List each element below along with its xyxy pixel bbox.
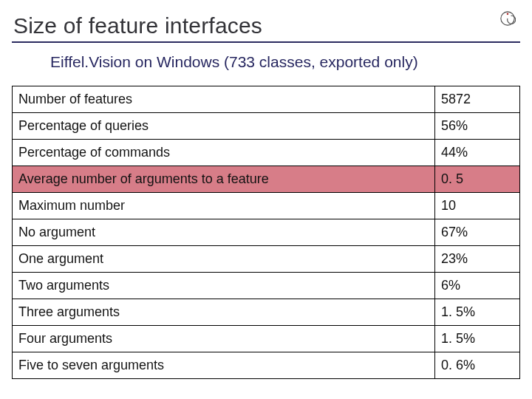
table-row: Percentage of commands44% <box>13 140 520 166</box>
stat-label: Maximum number <box>13 193 435 219</box>
feature-stats-table: Number of features5872Percentage of quer… <box>12 86 520 379</box>
stat-value: 0. 6% <box>435 352 520 379</box>
table-row: Number of features5872 <box>13 86 520 113</box>
stat-value: 0. 5 <box>435 166 520 193</box>
stat-label: Four arguments <box>13 326 435 352</box>
title-underline <box>12 41 520 43</box>
slide-title: Size of feature interfaces <box>12 13 520 41</box>
stat-label: Percentage of queries <box>13 113 435 140</box>
stat-value: 56% <box>435 113 520 140</box>
stat-value: 44% <box>435 140 520 166</box>
table-row: Two arguments6% <box>13 273 520 299</box>
table-row: No argument67% <box>13 219 520 246</box>
stat-value: 23% <box>435 246 520 273</box>
stat-label: Two arguments <box>13 273 435 299</box>
table-row: Average number of arguments to a feature… <box>13 166 520 193</box>
slide-logo-icon <box>499 10 516 27</box>
stat-value: 6% <box>435 273 520 299</box>
stat-value: 5872 <box>435 86 520 113</box>
slide-subtitle: Eiffel.Vision on Windows (733 classes, e… <box>12 53 520 71</box>
stat-label: Three arguments <box>13 299 435 326</box>
table-row: Four arguments1. 5% <box>13 326 520 352</box>
table-row: Maximum number10 <box>13 193 520 219</box>
stat-value: 1. 5% <box>435 326 520 352</box>
stat-label: Five to seven arguments <box>13 352 435 379</box>
table-row: Three arguments1. 5% <box>13 299 520 326</box>
stat-label: Average number of arguments to a feature <box>13 166 435 193</box>
stat-label: Number of features <box>13 86 435 113</box>
table-row: One argument23% <box>13 246 520 273</box>
stat-label: No argument <box>13 219 435 246</box>
stat-label: One argument <box>13 246 435 273</box>
svg-point-1 <box>507 13 509 16</box>
table-row: Percentage of queries56% <box>13 113 520 140</box>
stat-value: 10 <box>435 193 520 219</box>
stat-value: 67% <box>435 219 520 246</box>
stat-label: Percentage of commands <box>13 140 435 166</box>
stat-value: 1. 5% <box>435 299 520 326</box>
table-row: Five to seven arguments0. 6% <box>13 352 520 379</box>
